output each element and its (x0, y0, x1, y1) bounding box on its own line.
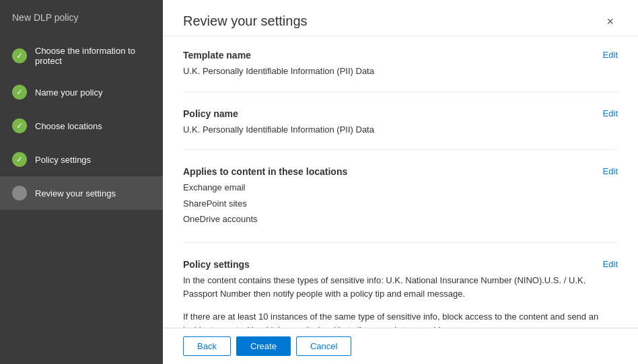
locations-section: Applies to content in these locations Ed… (183, 166, 618, 243)
content-area: Template name Edit U.K. Personally Ident… (163, 36, 638, 328)
template-name-value: U.K. Personally Identifiable Information… (183, 65, 618, 78)
locations-header: Applies to content in these locations Ed… (183, 166, 618, 177)
policy-name-label: Policy name (183, 108, 238, 119)
page-title: Review your settings (183, 13, 308, 29)
template-name-section: Template name Edit U.K. Personally Ident… (183, 50, 618, 92)
sidebar-item-choose-info[interactable]: ✓ Choose the information to protect (0, 36, 163, 75)
policy-name-header: Policy name Edit (183, 108, 618, 119)
checkmark-icon: ✓ (16, 51, 23, 61)
policy-settings-paragraph1: In the content contains these types of s… (183, 274, 618, 301)
location-sharepoint: SharePoint sites (183, 197, 618, 211)
policy-settings-header: Policy settings Edit (183, 259, 618, 270)
locations-label: Applies to content in these locations (183, 166, 347, 177)
sidebar-item-label: Name your policy (35, 87, 102, 98)
template-name-header: Template name Edit (183, 50, 618, 61)
sidebar: New DLP policy ✓ Choose the information … (0, 0, 163, 364)
sidebar-item-label: Choose the information to protect (35, 46, 151, 66)
template-name-label: Template name (183, 50, 251, 61)
sidebar-item-name-policy[interactable]: ✓ Name your policy (0, 75, 163, 109)
sidebar-item-policy-settings[interactable]: ✓ Policy settings (0, 143, 163, 176)
locations-values: Exchange email SharePoint sites OneDrive… (183, 181, 618, 226)
back-button[interactable]: Back (183, 336, 231, 356)
step-icon-policy-settings: ✓ (12, 152, 27, 167)
step-icon-choose-info: ✓ (12, 48, 27, 63)
sidebar-item-label: Policy settings (35, 155, 91, 165)
sidebar-title: New DLP policy (0, 0, 163, 36)
policy-settings-label: Policy settings (183, 259, 250, 270)
policy-name-value: U.K. Personally Identifiable Information… (183, 123, 618, 137)
main-panel: Review your settings × Template name Edi… (163, 0, 638, 364)
step-icon-name-policy: ✓ (12, 85, 27, 100)
close-button[interactable]: × (602, 14, 618, 29)
step-icon-review-settings (12, 186, 27, 201)
step-icon-choose-locations: ✓ (12, 118, 27, 133)
create-button[interactable]: Create (236, 336, 291, 356)
policy-settings-edit[interactable]: Edit (603, 259, 618, 269)
policy-settings-paragraph2: If there are at least 10 instances of th… (183, 310, 618, 328)
policy-name-edit[interactable]: Edit (603, 108, 618, 118)
location-exchange: Exchange email (183, 181, 618, 194)
locations-edit[interactable]: Edit (603, 166, 618, 176)
checkmark-icon: ✓ (16, 87, 23, 97)
policy-name-section: Policy name Edit U.K. Personally Identif… (183, 108, 618, 151)
location-onedrive: OneDrive accounts (183, 213, 618, 226)
checkmark-icon: ✓ (16, 121, 23, 131)
checkmark-icon: ✓ (16, 155, 23, 164)
main-header: Review your settings × (163, 0, 638, 36)
policy-settings-section: Policy settings Edit In the content cont… (183, 259, 618, 328)
sidebar-item-label: Review your settings (35, 188, 116, 198)
sidebar-item-review-settings[interactable]: Review your settings (0, 176, 163, 210)
template-name-edit[interactable]: Edit (603, 50, 618, 60)
sidebar-item-choose-locations[interactable]: ✓ Choose locations (0, 109, 163, 143)
footer: Back Create Cancel (163, 328, 638, 364)
sidebar-item-label: Choose locations (35, 121, 102, 131)
cancel-button[interactable]: Cancel (296, 336, 351, 356)
